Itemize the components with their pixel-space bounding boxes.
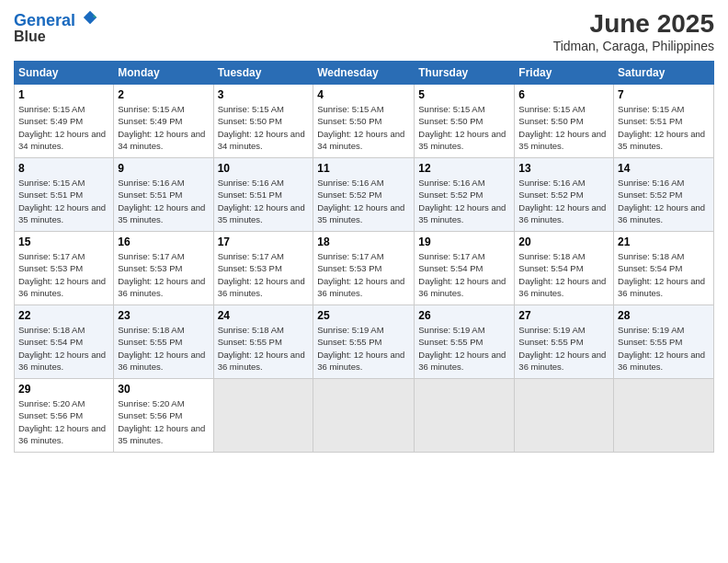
calendar-cell: 6Sunrise: 5:15 AM Sunset: 5:50 PM Daylig… <box>515 85 614 158</box>
calendar-cell <box>313 379 415 453</box>
day-info: Sunrise: 5:15 AM Sunset: 5:49 PM Dayligh… <box>18 103 109 152</box>
day-number: 11 <box>317 162 410 175</box>
calendar-cell: 29Sunrise: 5:20 AM Sunset: 5:56 PM Dayli… <box>15 379 114 453</box>
calendar-cell: 5Sunrise: 5:15 AM Sunset: 5:50 PM Daylig… <box>415 85 515 158</box>
day-number: 7 <box>618 88 710 101</box>
logo: General Blue <box>14 9 98 44</box>
calendar-cell: 1Sunrise: 5:15 AM Sunset: 5:49 PM Daylig… <box>15 85 114 158</box>
page-container: General Blue June 2025 Tidman, Caraga, P… <box>0 0 728 462</box>
day-info: Sunrise: 5:18 AM Sunset: 5:54 PM Dayligh… <box>18 324 109 373</box>
calendar-cell: 30Sunrise: 5:20 AM Sunset: 5:56 PM Dayli… <box>114 379 213 453</box>
calendar-cell <box>614 379 714 453</box>
calendar-week-1: 1Sunrise: 5:15 AM Sunset: 5:49 PM Daylig… <box>15 85 714 158</box>
day-info: Sunrise: 5:19 AM Sunset: 5:55 PM Dayligh… <box>618 324 710 373</box>
calendar-cell: 26Sunrise: 5:19 AM Sunset: 5:55 PM Dayli… <box>415 305 515 379</box>
calendar-week-3: 15Sunrise: 5:17 AM Sunset: 5:53 PM Dayli… <box>15 232 714 305</box>
calendar-cell: 18Sunrise: 5:17 AM Sunset: 5:53 PM Dayli… <box>313 232 415 305</box>
day-info: Sunrise: 5:15 AM Sunset: 5:51 PM Dayligh… <box>18 177 109 225</box>
calendar-week-4: 22Sunrise: 5:18 AM Sunset: 5:54 PM Dayli… <box>15 305 714 379</box>
day-info: Sunrise: 5:17 AM Sunset: 5:53 PM Dayligh… <box>218 250 310 299</box>
calendar-cell: 11Sunrise: 5:16 AM Sunset: 5:52 PM Dayli… <box>313 158 415 232</box>
weekday-header-thursday: Thursday <box>415 62 515 85</box>
day-info: Sunrise: 5:18 AM Sunset: 5:54 PM Dayligh… <box>518 250 609 299</box>
header: General Blue June 2025 Tidman, Caraga, P… <box>14 9 714 53</box>
calendar-cell: 19Sunrise: 5:17 AM Sunset: 5:54 PM Dayli… <box>415 232 515 305</box>
weekday-header-monday: Monday <box>114 62 213 85</box>
calendar-cell: 28Sunrise: 5:19 AM Sunset: 5:55 PM Dayli… <box>614 305 714 379</box>
calendar-week-5: 29Sunrise: 5:20 AM Sunset: 5:56 PM Dayli… <box>15 379 714 453</box>
day-number: 1 <box>18 88 109 101</box>
day-info: Sunrise: 5:17 AM Sunset: 5:53 PM Dayligh… <box>317 250 410 299</box>
logo-icon <box>82 9 98 26</box>
calendar-cell: 9Sunrise: 5:16 AM Sunset: 5:51 PM Daylig… <box>114 158 213 232</box>
day-number: 29 <box>18 383 109 396</box>
calendar-cell: 20Sunrise: 5:18 AM Sunset: 5:54 PM Dayli… <box>515 232 614 305</box>
day-number: 3 <box>218 88 310 101</box>
day-number: 21 <box>618 236 710 248</box>
calendar-cell: 3Sunrise: 5:15 AM Sunset: 5:50 PM Daylig… <box>213 85 313 158</box>
location: Tidman, Caraga, Philippines <box>553 39 714 53</box>
day-number: 2 <box>118 88 209 101</box>
calendar-cell <box>515 379 614 453</box>
day-info: Sunrise: 5:18 AM Sunset: 5:55 PM Dayligh… <box>218 324 310 373</box>
calendar-week-2: 8Sunrise: 5:15 AM Sunset: 5:51 PM Daylig… <box>15 158 714 232</box>
day-info: Sunrise: 5:19 AM Sunset: 5:55 PM Dayligh… <box>518 324 609 373</box>
calendar-cell: 17Sunrise: 5:17 AM Sunset: 5:53 PM Dayli… <box>213 232 313 305</box>
day-info: Sunrise: 5:15 AM Sunset: 5:50 PM Dayligh… <box>218 103 310 152</box>
logo-text: General Blue <box>14 9 98 44</box>
calendar-cell: 24Sunrise: 5:18 AM Sunset: 5:55 PM Dayli… <box>213 305 313 379</box>
logo-blue: Blue <box>14 29 46 45</box>
day-number: 22 <box>18 309 109 322</box>
day-info: Sunrise: 5:17 AM Sunset: 5:54 PM Dayligh… <box>418 250 510 299</box>
weekday-header-saturday: Saturday <box>614 62 714 85</box>
weekday-header-tuesday: Tuesday <box>213 62 313 85</box>
calendar-cell: 22Sunrise: 5:18 AM Sunset: 5:54 PM Dayli… <box>15 305 114 379</box>
day-number: 16 <box>118 236 209 248</box>
day-info: Sunrise: 5:19 AM Sunset: 5:55 PM Dayligh… <box>317 324 410 373</box>
day-info: Sunrise: 5:19 AM Sunset: 5:55 PM Dayligh… <box>418 324 510 373</box>
calendar-cell: 8Sunrise: 5:15 AM Sunset: 5:51 PM Daylig… <box>15 158 114 232</box>
logo-general: General <box>14 11 75 29</box>
day-number: 18 <box>317 236 410 248</box>
title-area: June 2025 Tidman, Caraga, Philippines <box>553 9 714 53</box>
day-number: 9 <box>118 162 209 175</box>
calendar-cell: 23Sunrise: 5:18 AM Sunset: 5:55 PM Dayli… <box>114 305 213 379</box>
calendar-cell: 13Sunrise: 5:16 AM Sunset: 5:52 PM Dayli… <box>515 158 614 232</box>
day-info: Sunrise: 5:15 AM Sunset: 5:50 PM Dayligh… <box>418 103 510 152</box>
day-number: 5 <box>418 88 510 101</box>
calendar-cell: 12Sunrise: 5:16 AM Sunset: 5:52 PM Dayli… <box>415 158 515 232</box>
day-number: 27 <box>518 309 609 322</box>
calendar-cell: 2Sunrise: 5:15 AM Sunset: 5:49 PM Daylig… <box>114 85 213 158</box>
day-number: 23 <box>118 309 209 322</box>
weekday-header-sunday: Sunday <box>15 62 114 85</box>
day-number: 20 <box>518 236 609 248</box>
day-info: Sunrise: 5:18 AM Sunset: 5:54 PM Dayligh… <box>618 250 710 299</box>
day-info: Sunrise: 5:16 AM Sunset: 5:52 PM Dayligh… <box>518 177 609 225</box>
day-info: Sunrise: 5:20 AM Sunset: 5:56 PM Dayligh… <box>18 397 109 446</box>
day-number: 15 <box>18 236 109 248</box>
day-number: 12 <box>418 162 510 175</box>
calendar-cell: 27Sunrise: 5:19 AM Sunset: 5:55 PM Dayli… <box>515 305 614 379</box>
calendar-cell: 10Sunrise: 5:16 AM Sunset: 5:51 PM Dayli… <box>213 158 313 232</box>
day-number: 28 <box>618 309 710 322</box>
day-number: 6 <box>518 88 609 101</box>
day-info: Sunrise: 5:16 AM Sunset: 5:51 PM Dayligh… <box>118 177 209 225</box>
calendar-table: SundayMondayTuesdayWednesdayThursdayFrid… <box>14 61 714 453</box>
weekday-header-wednesday: Wednesday <box>313 62 415 85</box>
day-number: 8 <box>18 162 109 175</box>
weekday-header-friday: Friday <box>515 62 614 85</box>
day-info: Sunrise: 5:16 AM Sunset: 5:52 PM Dayligh… <box>618 177 710 225</box>
calendar-cell: 25Sunrise: 5:19 AM Sunset: 5:55 PM Dayli… <box>313 305 415 379</box>
day-info: Sunrise: 5:16 AM Sunset: 5:52 PM Dayligh… <box>317 177 410 225</box>
calendar-cell: 16Sunrise: 5:17 AM Sunset: 5:53 PM Dayli… <box>114 232 213 305</box>
day-info: Sunrise: 5:16 AM Sunset: 5:52 PM Dayligh… <box>418 177 510 225</box>
day-number: 10 <box>218 162 310 175</box>
weekday-header-row: SundayMondayTuesdayWednesdayThursdayFrid… <box>15 62 714 85</box>
day-info: Sunrise: 5:15 AM Sunset: 5:51 PM Dayligh… <box>618 103 710 152</box>
day-info: Sunrise: 5:17 AM Sunset: 5:53 PM Dayligh… <box>18 250 109 299</box>
day-info: Sunrise: 5:15 AM Sunset: 5:50 PM Dayligh… <box>317 103 410 152</box>
day-info: Sunrise: 5:18 AM Sunset: 5:55 PM Dayligh… <box>118 324 209 373</box>
calendar-cell: 4Sunrise: 5:15 AM Sunset: 5:50 PM Daylig… <box>313 85 415 158</box>
day-number: 19 <box>418 236 510 248</box>
day-number: 17 <box>218 236 310 248</box>
